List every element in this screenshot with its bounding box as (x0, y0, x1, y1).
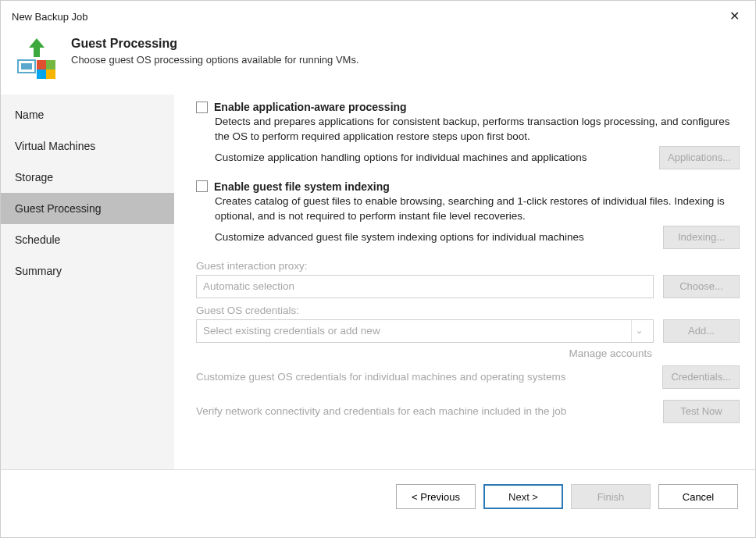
verify-text: Verify network connectivity and credenti… (196, 405, 566, 417)
checkbox-app-aware[interactable] (196, 102, 208, 113)
wizard-sidebar: Name Virtual Machines Storage Guest Proc… (1, 94, 174, 469)
creds-label: Guest OS credentials: (196, 305, 740, 316)
proxy-label: Guest interaction proxy: (196, 260, 740, 272)
page-title: Guest Processing (71, 37, 359, 51)
svg-rect-4 (37, 69, 46, 79)
next-button[interactable]: Next > (483, 484, 563, 509)
sidebar-item-summary[interactable]: Summary (1, 255, 174, 287)
creds-dropdown-value: Select existing credentials or add new (203, 325, 380, 337)
svg-rect-3 (46, 60, 55, 69)
header: Guest Processing Choose guest OS process… (1, 29, 755, 94)
add-creds-button[interactable]: Add... (663, 319, 740, 343)
choose-proxy-button[interactable]: Choose... (663, 275, 740, 298)
manage-accounts-link[interactable]: Manage accounts (196, 347, 652, 359)
svg-rect-1 (21, 63, 32, 69)
finish-button[interactable]: Finish (571, 484, 651, 509)
customize-creds-text: Customize guest OS credentials for indiv… (196, 371, 565, 383)
page-subtitle: Choose guest OS processing options avail… (71, 54, 359, 66)
desc-app-aware: Detects and prepares applications for co… (215, 115, 740, 144)
svg-rect-5 (46, 69, 55, 79)
option-app-aware: Enable application-aware processing Dete… (196, 101, 740, 169)
sidebar-item-storage[interactable]: Storage (1, 162, 174, 193)
customize-app-aware-text: Customize application handling options f… (215, 151, 587, 163)
customize-indexing-text: Customize advanced guest file system ind… (215, 231, 584, 243)
main-panel: Enable application-aware processing Dete… (174, 94, 755, 469)
sidebar-item-name[interactable]: Name (1, 99, 174, 130)
proxy-input[interactable] (196, 275, 654, 298)
chevron-down-icon: ⌄ (631, 320, 647, 342)
previous-button[interactable]: < Previous (396, 484, 476, 509)
guest-processing-icon (15, 37, 59, 80)
close-icon[interactable]: ✕ (725, 9, 744, 24)
option-indexing: Enable guest file system indexing Create… (196, 180, 740, 249)
sidebar-item-schedule[interactable]: Schedule (1, 224, 174, 255)
header-text: Guest Processing Choose guest OS process… (71, 37, 359, 66)
desc-indexing: Creates catalog of guest files to enable… (215, 194, 740, 224)
sidebar-item-guest-processing[interactable]: Guest Processing (1, 193, 174, 224)
applications-button[interactable]: Applications... (659, 146, 740, 169)
label-app-aware: Enable application-aware processing (214, 101, 407, 113)
credentials-button[interactable]: Credentials... (662, 365, 740, 389)
window-title: New Backup Job (12, 11, 88, 23)
sidebar-item-virtual-machines[interactable]: Virtual Machines (1, 130, 174, 162)
test-now-button[interactable]: Test Now (663, 400, 740, 423)
svg-rect-2 (37, 60, 46, 69)
checkbox-indexing[interactable] (196, 180, 208, 192)
wizard-footer: < Previous Next > Finish Cancel (1, 469, 755, 523)
label-indexing: Enable guest file system indexing (214, 180, 390, 193)
creds-dropdown[interactable]: Select existing credentials or add new ⌄ (196, 319, 654, 343)
titlebar: New Backup Job ✕ (1, 1, 755, 29)
indexing-button[interactable]: Indexing... (663, 226, 740, 249)
cancel-button[interactable]: Cancel (658, 484, 738, 509)
